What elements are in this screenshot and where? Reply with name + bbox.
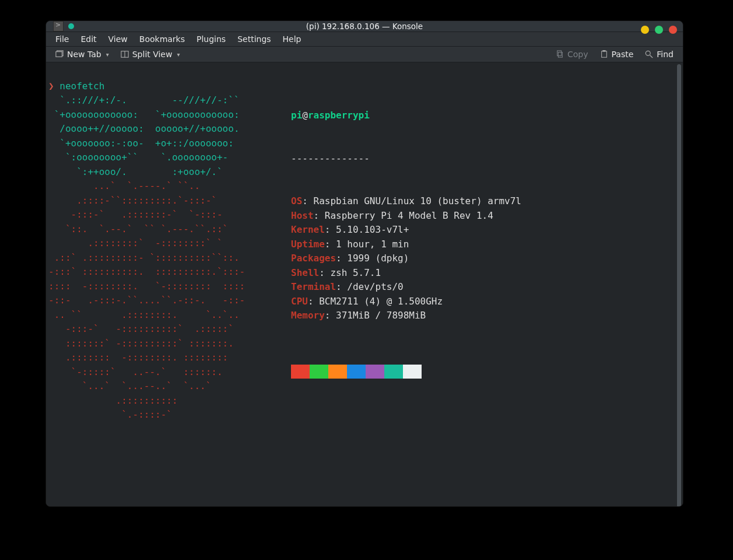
copy-icon <box>556 50 564 58</box>
nf-label: Packages <box>291 253 336 264</box>
nf-label: Terminal <box>291 281 336 292</box>
chevron-down-icon: ▾ <box>177 51 180 58</box>
session-indicator-icon <box>68 23 74 29</box>
palette-swatch <box>366 365 384 379</box>
konsole-window: (pi) 192.168.0.106 — Konsole File Edit V… <box>45 20 683 507</box>
toolbar: New Tab ▾ Split View ▾ Copy Paste Find <box>46 47 683 62</box>
menu-file[interactable]: File <box>50 32 75 46</box>
menu-settings[interactable]: Settings <box>232 32 276 46</box>
maximize-button[interactable] <box>655 26 663 34</box>
nf-separator: -------------- <box>291 152 521 166</box>
nf-label: Uptime <box>291 239 325 250</box>
menu-bookmarks[interactable]: Bookmarks <box>134 32 191 46</box>
find-button[interactable]: Find <box>640 47 678 62</box>
svg-point-7 <box>646 51 651 55</box>
ascii-art-red: ...` `.----.` ``.. .::::-``:::::::::.`-:… <box>48 180 245 420</box>
svg-rect-0 <box>56 52 62 57</box>
menu-view[interactable]: View <box>103 32 134 46</box>
minimize-button[interactable] <box>641 26 649 34</box>
search-icon <box>645 50 653 58</box>
nf-label: Memory <box>291 310 325 321</box>
svg-rect-4 <box>558 52 562 58</box>
nf-label: OS <box>291 195 302 206</box>
palette-swatch <box>310 365 328 379</box>
palette-swatch <box>384 365 403 379</box>
palette-swatch <box>291 365 310 379</box>
neofetch-info: pi@raspberrypi -------------- OS: Raspbi… <box>291 80 521 407</box>
menu-help[interactable]: Help <box>277 32 307 46</box>
ascii-art-green: `.::///+:/-. --///+//-:`` `+oooooooooooo… <box>48 94 240 177</box>
close-button[interactable] <box>669 26 677 34</box>
prompt-symbol: ❯ <box>48 80 54 92</box>
chevron-down-icon: ▾ <box>106 51 109 58</box>
svg-rect-6 <box>602 50 605 52</box>
terminal-output[interactable]: ❯ neofetch `.::///+:/-. --///+//-:`` `+o… <box>46 62 675 507</box>
nf-user: pi <box>291 110 302 121</box>
new-tab-icon <box>55 50 64 58</box>
konsole-app-icon <box>53 21 64 32</box>
nf-label: Kernel <box>291 224 325 235</box>
scrollbar-thumb[interactable] <box>677 64 681 507</box>
nf-color-palette <box>291 365 521 379</box>
nf-label: Shell <box>291 267 319 278</box>
window-title: (pi) 192.168.0.106 — Konsole <box>46 22 683 31</box>
nf-label: Host <box>291 210 314 221</box>
nf-host: raspberrypi <box>308 110 370 121</box>
palette-swatch <box>403 365 422 379</box>
nf-label: CPU <box>291 296 308 307</box>
scrollbar[interactable] <box>675 62 683 507</box>
command-text: neofetch <box>59 80 104 92</box>
split-view-button[interactable]: Split View ▾ <box>116 47 185 62</box>
svg-line-8 <box>650 55 653 58</box>
menu-edit[interactable]: Edit <box>75 32 102 46</box>
menu-plugins[interactable]: Plugins <box>191 32 232 46</box>
paste-icon <box>600 50 608 58</box>
palette-swatch <box>328 365 347 379</box>
svg-rect-5 <box>601 51 606 58</box>
split-view-icon <box>121 50 129 58</box>
copy-button[interactable]: Copy <box>551 47 593 62</box>
paste-button[interactable]: Paste <box>595 47 639 62</box>
palette-swatch <box>347 365 366 379</box>
titlebar[interactable]: (pi) 192.168.0.106 — Konsole <box>46 21 683 32</box>
new-tab-button[interactable]: New Tab ▾ <box>51 47 114 62</box>
menubar: File Edit View Bookmarks Plugins Setting… <box>46 32 683 47</box>
svg-rect-3 <box>557 51 562 56</box>
